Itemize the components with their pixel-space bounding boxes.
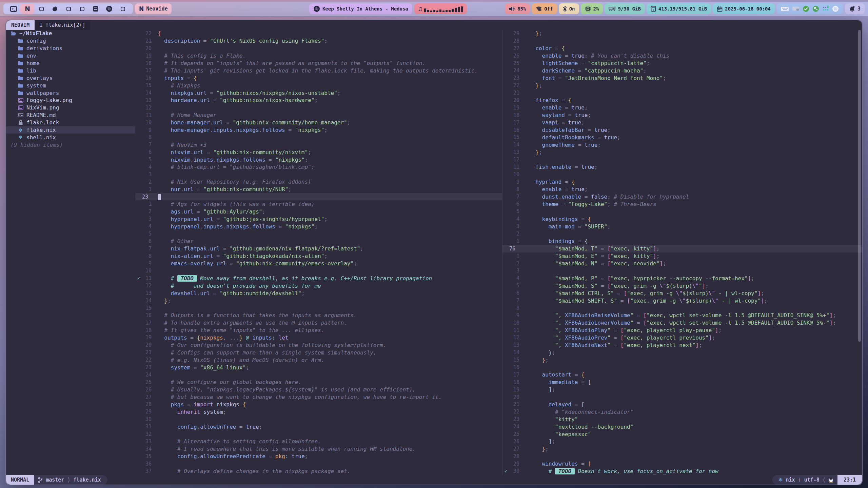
code-line[interactable]: 6 # Other	[135, 238, 502, 245]
code-line[interactable]: 14 };	[135, 297, 502, 304]
code-line[interactable]: 13 ", XF86AudioNext" = ["exec, playerctl…	[502, 341, 863, 349]
code-line[interactable]: 1 nur.url = "github:nix-community/NUR";	[135, 186, 502, 193]
code-line[interactable]: 21 # Configs can support more than a sin…	[135, 349, 502, 356]
code-line[interactable]: 4 "$mainMod, P" = ["exec, hyprpicker --a…	[502, 274, 863, 282]
code-line[interactable]: 17 # To handle extra arguments we use th…	[135, 319, 502, 327]
code-line[interactable]: 1 "$mainMod, E" = ["exec, kitty"];	[502, 252, 863, 260]
code-line[interactable]: 76 "$mainMod, T" = ["exec, kitty"];	[502, 245, 863, 252]
code-line[interactable]: 5 nixvim.inputs.nixpkgs.follows = "nixpk…	[135, 156, 502, 163]
code-line[interactable]: 7 # NeoVim <3	[135, 141, 502, 148]
code-line[interactable]: 1 bindings = {	[502, 238, 863, 245]
workspace-9[interactable]	[116, 3, 130, 14]
code-line[interactable]: 36	[135, 460, 502, 468]
cpu-widget[interactable]: 2%	[581, 3, 603, 14]
code-line[interactable]: 12	[502, 156, 863, 163]
code-line[interactable]: 16 # Outputs is a function that takes th…	[135, 312, 502, 319]
code-line[interactable]: 18 # It gives the name "inputs" to the .…	[135, 327, 502, 334]
workspace-4[interactable]	[48, 3, 62, 14]
memory-widget[interactable]: 9/30 GiB	[605, 3, 645, 14]
code-line[interactable]: 13 devshell.url = "github:numtide/devshe…	[135, 289, 502, 297]
tree-item-foggy-lake-png[interactable]: Foggy-Lake.png	[6, 97, 135, 104]
code-line[interactable]: 31 config.allowUnfree = true;	[135, 423, 502, 430]
code-line[interactable]: 4 hyprpanel.inputs.nixpkgs.follows = "ni…	[135, 223, 502, 230]
workspace-8[interactable]	[102, 3, 116, 14]
code-line[interactable]: 23 font = "JetBrainsMono Nerd Font Mono"…	[502, 74, 863, 82]
code-line[interactable]: 8 nix-alien.url = "github:thiagokokada/n…	[135, 252, 502, 260]
code-line[interactable]: 25 lightScheme = "catppuccin-latte";	[502, 60, 863, 67]
code-line[interactable]: 26 ];	[502, 438, 863, 445]
code-line[interactable]: 17 vaapi = true;	[502, 119, 863, 126]
code-line[interactable]: 3 main-mod = "SUPER";	[502, 223, 863, 230]
code-line[interactable]: 3	[502, 267, 863, 275]
tailscale-icon[interactable]	[822, 5, 829, 12]
code-line[interactable]: 4 keybindings = {	[502, 215, 863, 223]
code-line[interactable]: 35 config.allowUnfreePredicate = pkg: tr…	[135, 453, 502, 460]
code-line[interactable]: 3 hyprpanel.url = "github:jas-singhfsu/h…	[135, 215, 502, 223]
code-line[interactable]: 24 "nextcloud --background"	[502, 423, 863, 430]
code-line[interactable]: 10	[502, 171, 863, 178]
code-line[interactable]: 22 # "kdeconnect-indicator"	[502, 408, 863, 415]
volume-widget[interactable]: 85%	[505, 3, 530, 14]
code-line[interactable]: 23 "kitty"	[502, 415, 863, 423]
editor-pane-left[interactable]: 22{21 description = "ChUrl's NixOS confi…	[135, 30, 502, 475]
code-line[interactable]: 22 };	[502, 82, 863, 89]
code-line[interactable]: 15 };	[502, 356, 863, 364]
workspace-6[interactable]	[75, 3, 89, 14]
code-line[interactable]: 9 ", XF86AudioRaiseVolume" = ["exec, wpc…	[502, 312, 863, 319]
code-line[interactable]: 26 # Usually, "nixpkgs.legacyPackages.${…	[135, 386, 502, 393]
code-line[interactable]: 10	[135, 267, 502, 275]
code-line[interactable]: 4 # blink-cmp.url = "github:saghen/blink…	[135, 163, 502, 171]
code-line[interactable]: 10 ", XF86AudioLowerVolume" = ["exec, wp…	[502, 319, 863, 327]
code-line[interactable]: 15	[135, 304, 502, 312]
tree-item-shell-nix[interactable]: ❄shell.nix	[6, 134, 135, 141]
code-line[interactable]: 6 nixvim.url = "github:nix-community/nix…	[135, 148, 502, 156]
code-line[interactable]: 7 "$mainMod SHIFT, S" = ["exec, grim -g …	[502, 297, 863, 304]
code-line[interactable]: 1 # Ags for widgets (this was a terrible…	[135, 200, 502, 208]
spotify-tray-icon[interactable]	[832, 5, 839, 12]
code-line[interactable]: 29 inherit system;	[135, 408, 502, 415]
scrollbar[interactable]	[858, 30, 861, 342]
code-line[interactable]: 20	[502, 393, 863, 401]
code-line[interactable]: 7 nix-flatpak.url = "github:gmodena/nix-…	[135, 245, 502, 252]
code-line[interactable]: 5	[135, 230, 502, 238]
tree-item-nixvim-png[interactable]: NixVim.png	[6, 104, 135, 111]
code-line[interactable]: 17 # The inputs' git revisions get locke…	[135, 67, 502, 74]
code-line[interactable]: 30	[135, 415, 502, 423]
code-line[interactable]: 18 # It depends on "inputs" that are pas…	[135, 60, 502, 67]
code-line[interactable]: 28	[502, 453, 863, 460]
code-line[interactable]: 19 ];	[502, 386, 863, 393]
keyboard-icon[interactable]	[781, 6, 789, 12]
code-line[interactable]: 16 disableTabBar = true;	[502, 126, 863, 134]
tree-item-home[interactable]: home	[6, 60, 135, 67]
editor-pane-right[interactable]: 29 };2827 color = {26 enable = true; # Y…	[502, 30, 863, 475]
workspace-1[interactable]: >_	[7, 3, 20, 14]
code-line[interactable]: 2 # Nix User Repository (e.g. Firefox ad…	[135, 178, 502, 186]
check-circle-icon[interactable]	[803, 5, 809, 12]
code-line[interactable]: 34 # I read somewhere that this is more …	[135, 445, 502, 453]
code-line[interactable]: 33 # Alternative to setting config.allow…	[135, 438, 502, 445]
code-line[interactable]: 21	[502, 89, 863, 97]
code-line[interactable]: 32	[135, 430, 502, 438]
code-line[interactable]: 20	[135, 45, 502, 52]
workspace-3[interactable]	[35, 3, 48, 14]
code-line[interactable]: 13 };	[502, 148, 863, 156]
code-line[interactable]: 15 # Nixpkgs	[135, 82, 502, 89]
code-line[interactable]: 28 pkgs = import nixpkgs {	[135, 401, 502, 408]
code-line[interactable]: 27 # but because we want to change the n…	[135, 393, 502, 401]
code-line[interactable]: 2 ags.url = "github:Aylur/ags";	[135, 208, 502, 215]
tree-item-env[interactable]: env	[6, 52, 135, 60]
code-line[interactable]: 14 gnomeTheme = true;	[502, 141, 863, 148]
code-line[interactable]: 22 # e.g. NixOS (linux) and MacOS (darwi…	[135, 356, 502, 364]
code-line[interactable]: 18 wayland = true;	[502, 111, 863, 119]
code-line[interactable]: 18 immediate = [	[502, 379, 863, 386]
tab-buffer-flake-nix[interactable]: 1 flake.nix[2+]	[35, 20, 90, 30]
code-line[interactable]: 12 ", XF86AudioPrev" = ["exec, playerctl…	[502, 334, 863, 342]
code-line[interactable]: 25 # We configure our global packages he…	[135, 379, 502, 386]
code-line[interactable]: 11 ", XF86AudioPlay" = ["exec, playerctl…	[502, 327, 863, 334]
code-line[interactable]: 16	[502, 364, 863, 371]
code-line[interactable]: 29 windowrules = [	[502, 460, 863, 468]
code-line[interactable]: 20 firefox = {	[502, 97, 863, 104]
code-line[interactable]: 2	[502, 230, 863, 238]
code-line[interactable]: 6 theme = "Foggy-Lake"; # Three-Bears	[502, 200, 863, 208]
tree-item-flake-nix[interactable]: ❄flake.nix	[6, 126, 135, 134]
